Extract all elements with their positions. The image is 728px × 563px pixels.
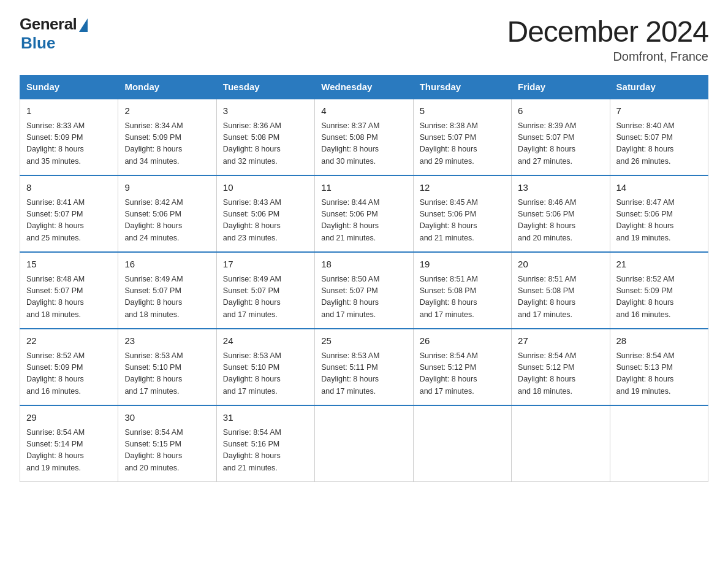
day-number: 4	[321, 104, 406, 118]
calendar-table: Sunday Monday Tuesday Wednesday Thursday…	[20, 75, 708, 482]
day-info: Sunrise: 8:41 AMSunset: 5:07 PMDaylight:…	[26, 197, 112, 245]
calendar-day-cell: 11Sunrise: 8:44 AMSunset: 5:06 PMDayligh…	[315, 175, 413, 252]
day-number: 25	[321, 334, 406, 348]
day-info: Sunrise: 8:37 AMSunset: 5:08 PMDaylight:…	[321, 120, 406, 168]
day-info: Sunrise: 8:42 AMSunset: 5:06 PMDaylight:…	[124, 197, 210, 245]
day-info: Sunrise: 8:50 AMSunset: 5:07 PMDaylight:…	[321, 274, 406, 321]
day-number: 27	[518, 334, 603, 348]
day-number: 26	[420, 334, 505, 348]
day-number: 1	[26, 104, 112, 118]
calendar-day-cell: 18Sunrise: 8:50 AMSunset: 5:07 PMDayligh…	[315, 252, 413, 329]
day-number: 29	[26, 411, 112, 425]
day-number: 16	[124, 258, 210, 272]
calendar-week-row: 15Sunrise: 8:48 AMSunset: 5:07 PMDayligh…	[20, 252, 708, 329]
day-number: 21	[616, 258, 702, 272]
day-info: Sunrise: 8:54 AMSunset: 5:12 PMDaylight:…	[420, 350, 505, 398]
calendar-day-cell: 26Sunrise: 8:54 AMSunset: 5:12 PMDayligh…	[413, 329, 511, 405]
day-number: 17	[223, 258, 308, 272]
calendar-day-cell: 4Sunrise: 8:37 AMSunset: 5:08 PMDaylight…	[315, 99, 413, 175]
calendar-day-cell: 20Sunrise: 8:51 AMSunset: 5:08 PMDayligh…	[512, 252, 610, 329]
calendar-day-cell: 30Sunrise: 8:54 AMSunset: 5:15 PMDayligh…	[118, 405, 216, 482]
calendar-day-cell	[413, 405, 511, 482]
day-info: Sunrise: 8:36 AMSunset: 5:08 PMDaylight:…	[223, 120, 308, 168]
logo-blue-text: Blue	[21, 34, 55, 53]
day-number: 18	[321, 258, 406, 272]
calendar-day-cell: 7Sunrise: 8:40 AMSunset: 5:07 PMDaylight…	[610, 99, 708, 175]
day-number: 19	[420, 258, 505, 272]
calendar-week-row: 29Sunrise: 8:54 AMSunset: 5:14 PMDayligh…	[20, 405, 708, 482]
day-number: 14	[616, 181, 702, 195]
day-number: 30	[124, 411, 210, 425]
day-number: 28	[616, 334, 702, 348]
day-number: 5	[420, 104, 505, 118]
header-friday: Friday	[512, 75, 610, 99]
day-info: Sunrise: 8:45 AMSunset: 5:06 PMDaylight:…	[420, 197, 505, 245]
calendar-day-cell: 22Sunrise: 8:52 AMSunset: 5:09 PMDayligh…	[20, 329, 118, 405]
calendar-day-cell: 14Sunrise: 8:47 AMSunset: 5:06 PMDayligh…	[610, 175, 708, 252]
day-number: 13	[518, 181, 603, 195]
day-info: Sunrise: 8:44 AMSunset: 5:06 PMDaylight:…	[321, 197, 406, 245]
calendar-day-cell: 16Sunrise: 8:49 AMSunset: 5:07 PMDayligh…	[118, 252, 216, 329]
month-title: December 2024	[507, 15, 708, 48]
calendar-day-cell: 19Sunrise: 8:51 AMSunset: 5:08 PMDayligh…	[413, 252, 511, 329]
calendar-day-cell: 9Sunrise: 8:42 AMSunset: 5:06 PMDaylight…	[118, 175, 216, 252]
title-area: December 2024 Domfront, France	[507, 15, 708, 64]
calendar-day-cell: 27Sunrise: 8:54 AMSunset: 5:12 PMDayligh…	[512, 329, 610, 405]
calendar-day-cell: 10Sunrise: 8:43 AMSunset: 5:06 PMDayligh…	[216, 175, 314, 252]
day-number: 9	[124, 181, 210, 195]
calendar-day-cell: 8Sunrise: 8:41 AMSunset: 5:07 PMDaylight…	[20, 175, 118, 252]
logo-triangle-icon	[79, 18, 88, 32]
header-wednesday: Wednesday	[315, 75, 413, 99]
calendar-day-cell: 25Sunrise: 8:53 AMSunset: 5:11 PMDayligh…	[315, 329, 413, 405]
day-info: Sunrise: 8:51 AMSunset: 5:08 PMDaylight:…	[518, 274, 603, 321]
day-number: 22	[26, 334, 112, 348]
calendar-week-row: 22Sunrise: 8:52 AMSunset: 5:09 PMDayligh…	[20, 329, 708, 405]
day-number: 31	[223, 411, 308, 425]
day-info: Sunrise: 8:52 AMSunset: 5:09 PMDaylight:…	[26, 350, 112, 398]
day-info: Sunrise: 8:38 AMSunset: 5:07 PMDaylight:…	[420, 120, 505, 168]
day-number: 2	[124, 104, 210, 118]
day-info: Sunrise: 8:33 AMSunset: 5:09 PMDaylight:…	[26, 120, 112, 168]
day-number: 6	[518, 104, 603, 118]
calendar-day-cell	[315, 405, 413, 482]
calendar-day-cell: 1Sunrise: 8:33 AMSunset: 5:09 PMDaylight…	[20, 99, 118, 175]
calendar-day-cell: 2Sunrise: 8:34 AMSunset: 5:09 PMDaylight…	[118, 99, 216, 175]
day-number: 24	[223, 334, 308, 348]
day-info: Sunrise: 8:53 AMSunset: 5:11 PMDaylight:…	[321, 350, 406, 398]
calendar-week-row: 1Sunrise: 8:33 AMSunset: 5:09 PMDaylight…	[20, 99, 708, 175]
day-number: 15	[26, 258, 112, 272]
day-number: 10	[223, 181, 308, 195]
calendar-day-cell: 24Sunrise: 8:53 AMSunset: 5:10 PMDayligh…	[216, 329, 314, 405]
day-number: 8	[26, 181, 112, 195]
calendar-day-cell: 3Sunrise: 8:36 AMSunset: 5:08 PMDaylight…	[216, 99, 314, 175]
calendar-day-cell: 13Sunrise: 8:46 AMSunset: 5:06 PMDayligh…	[512, 175, 610, 252]
page-header: General Blue December 2024 Domfront, Fra…	[20, 15, 708, 64]
header-saturday: Saturday	[610, 75, 708, 99]
day-info: Sunrise: 8:49 AMSunset: 5:07 PMDaylight:…	[124, 274, 210, 321]
day-info: Sunrise: 8:46 AMSunset: 5:06 PMDaylight:…	[518, 197, 603, 245]
calendar-day-cell: 23Sunrise: 8:53 AMSunset: 5:10 PMDayligh…	[118, 329, 216, 405]
calendar-week-row: 8Sunrise: 8:41 AMSunset: 5:07 PMDaylight…	[20, 175, 708, 252]
day-info: Sunrise: 8:43 AMSunset: 5:06 PMDaylight:…	[223, 197, 308, 245]
calendar-day-cell: 29Sunrise: 8:54 AMSunset: 5:14 PMDayligh…	[20, 405, 118, 482]
day-info: Sunrise: 8:53 AMSunset: 5:10 PMDaylight:…	[124, 350, 210, 398]
day-info: Sunrise: 8:49 AMSunset: 5:07 PMDaylight:…	[223, 274, 308, 321]
header-thursday: Thursday	[413, 75, 511, 99]
calendar-day-cell: 28Sunrise: 8:54 AMSunset: 5:13 PMDayligh…	[610, 329, 708, 405]
day-info: Sunrise: 8:53 AMSunset: 5:10 PMDaylight:…	[223, 350, 308, 398]
calendar-day-cell	[512, 405, 610, 482]
day-info: Sunrise: 8:34 AMSunset: 5:09 PMDaylight:…	[124, 120, 210, 168]
logo: General Blue	[20, 15, 88, 53]
day-info: Sunrise: 8:54 AMSunset: 5:16 PMDaylight:…	[223, 427, 308, 475]
day-number: 20	[518, 258, 603, 272]
day-number: 7	[616, 104, 702, 118]
day-number: 23	[124, 334, 210, 348]
day-info: Sunrise: 8:48 AMSunset: 5:07 PMDaylight:…	[26, 274, 112, 321]
calendar-day-cell: 17Sunrise: 8:49 AMSunset: 5:07 PMDayligh…	[216, 252, 314, 329]
day-info: Sunrise: 8:51 AMSunset: 5:08 PMDaylight:…	[420, 274, 505, 321]
day-info: Sunrise: 8:47 AMSunset: 5:06 PMDaylight:…	[616, 197, 702, 245]
calendar-day-cell: 6Sunrise: 8:39 AMSunset: 5:07 PMDaylight…	[512, 99, 610, 175]
header-sunday: Sunday	[20, 75, 118, 99]
day-info: Sunrise: 8:54 AMSunset: 5:13 PMDaylight:…	[616, 350, 702, 398]
calendar-day-cell: 21Sunrise: 8:52 AMSunset: 5:09 PMDayligh…	[610, 252, 708, 329]
